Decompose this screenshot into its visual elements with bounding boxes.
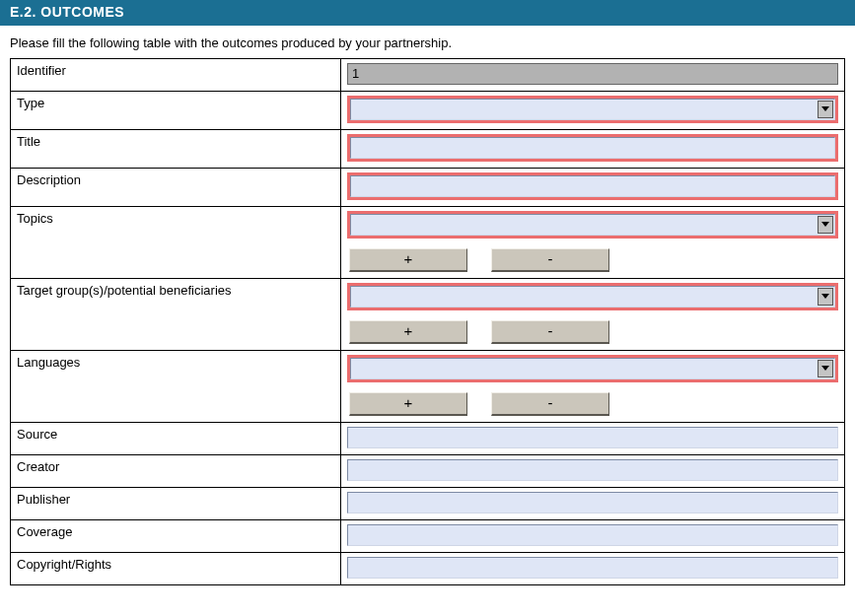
topics-remove-button[interactable]: - (491, 248, 609, 272)
row-source: Source (11, 423, 845, 455)
row-identifier: Identifier 1 (11, 59, 845, 92)
row-type: Type (11, 92, 845, 130)
coverage-input[interactable] (347, 524, 838, 546)
publisher-input[interactable] (347, 492, 838, 513)
creator-input[interactable] (347, 459, 838, 481)
source-input[interactable] (347, 427, 838, 448)
identifier-field: 1 (347, 63, 838, 85)
label-topics: Topics (11, 207, 341, 279)
title-input[interactable] (350, 137, 835, 159)
row-copyright: Copyright/Rights (11, 553, 845, 585)
row-coverage: Coverage (11, 520, 845, 553)
instruction-text: Please fill the following table with the… (0, 26, 855, 56)
svg-marker-3 (821, 366, 829, 371)
svg-marker-1 (821, 222, 829, 227)
languages-add-button[interactable]: + (349, 392, 467, 416)
label-copyright: Copyright/Rights (11, 553, 341, 585)
label-coverage: Coverage (11, 520, 341, 553)
svg-marker-0 (821, 106, 829, 111)
label-title: Title (11, 130, 341, 169)
label-source: Source (11, 423, 341, 455)
type-select[interactable] (350, 99, 835, 120)
label-publisher: Publisher (11, 488, 341, 520)
row-target-groups: Target group(s)/potential beneficiaries … (11, 279, 845, 351)
chevron-down-icon[interactable] (818, 288, 833, 306)
description-input[interactable] (350, 175, 835, 197)
row-creator: Creator (11, 455, 845, 488)
row-publisher: Publisher (11, 488, 845, 520)
outcomes-table: Identifier 1 Type Title (10, 58, 845, 585)
chevron-down-icon[interactable] (818, 101, 833, 118)
target-remove-button[interactable]: - (491, 320, 609, 344)
copyright-input[interactable] (347, 557, 838, 579)
chevron-down-icon[interactable] (818, 216, 833, 234)
label-identifier: Identifier (11, 59, 341, 92)
label-languages: Languages (11, 351, 341, 423)
label-type: Type (11, 92, 341, 130)
row-languages: Languages + - (11, 351, 845, 423)
label-creator: Creator (11, 455, 341, 488)
row-description: Description (11, 169, 845, 207)
target-groups-select[interactable] (350, 286, 835, 308)
topics-select[interactable] (350, 214, 835, 236)
chevron-down-icon[interactable] (818, 360, 833, 377)
label-target-groups: Target group(s)/potential beneficiaries (11, 279, 341, 351)
topics-add-button[interactable]: + (349, 248, 467, 272)
svg-marker-2 (821, 294, 829, 299)
label-description: Description (11, 169, 341, 207)
languages-remove-button[interactable]: - (491, 392, 609, 416)
section-header: E.2. OUTCOMES (0, 0, 855, 26)
row-title: Title (11, 130, 845, 169)
target-add-button[interactable]: + (349, 320, 467, 344)
languages-select[interactable] (350, 358, 835, 379)
row-topics: Topics + - (11, 207, 845, 279)
